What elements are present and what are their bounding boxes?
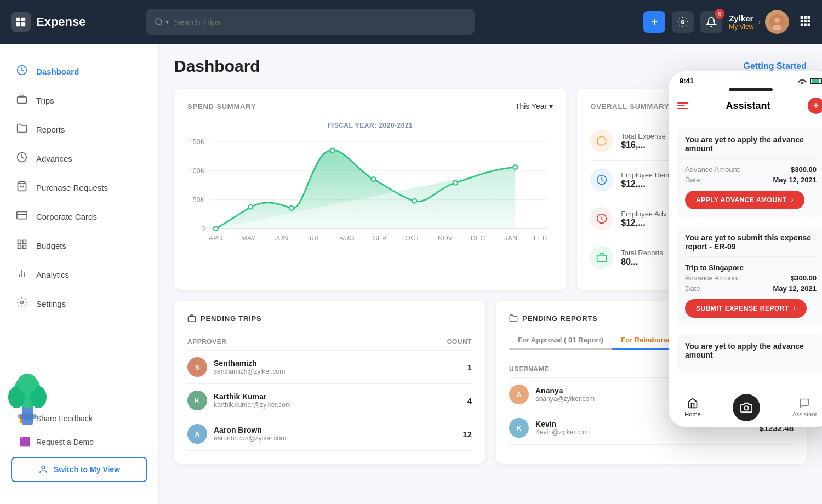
sidebar-item-advances[interactable]: Advances: [0, 144, 158, 173]
switch-to-my-view-button[interactable]: Switch to My View: [11, 457, 147, 482]
svg-point-70: [745, 406, 749, 410]
spend-year-selector[interactable]: This Year ▾: [515, 102, 553, 111]
assistant-icon: [799, 398, 810, 409]
sidebar-item-reports[interactable]: Reports: [0, 115, 158, 144]
grid-apps-button[interactable]: [799, 15, 811, 29]
mobile-tab-assistant[interactable]: Assistant: [792, 398, 817, 417]
bell-icon: [706, 16, 717, 27]
mobile-assistant-title: Assistant: [726, 100, 770, 112]
battery-icon: [810, 78, 822, 84]
sidebar-item-budgets[interactable]: Budgets: [0, 231, 158, 260]
approver-name: Senthamizh: [214, 359, 285, 368]
logo-area: Expense: [11, 12, 137, 32]
mobile-menu-button[interactable]: [677, 102, 688, 109]
total-reports-icon-wrap: [590, 246, 613, 269]
overall-summary-title: OVERALL SUMMARY: [590, 102, 669, 111]
svg-rect-17: [808, 24, 810, 26]
sidebar: Dashboard Trips Reports: [0, 44, 159, 504]
approver-email: karthik.kumar@zylker.com: [214, 401, 291, 409]
report-email: Kevin@zylker.com: [535, 428, 590, 436]
svg-text:100K: 100K: [189, 167, 206, 175]
switch-view-label: Switch to My View: [54, 465, 120, 474]
sidebar-item-dashboard[interactable]: Dashboard: [0, 57, 158, 86]
total-expense-icon-wrap: [590, 129, 613, 152]
fiscal-year-label: FISCAL YEAR: 2020-2021: [187, 122, 553, 129]
camera-icon: [740, 402, 752, 414]
svg-rect-27: [18, 245, 21, 249]
search-dropdown-icon[interactable]: ▾: [155, 18, 169, 26]
pending-reports-label: PENDING REPORTS: [522, 314, 598, 323]
sidebar-item-purchase-requests[interactable]: Purchase Requests: [0, 173, 158, 202]
report-email: ananya@zylker.com: [535, 395, 595, 403]
settings-nav-icon: [15, 297, 28, 311]
svg-rect-14: [808, 20, 810, 22]
svg-point-51: [371, 177, 375, 181]
svg-text:JUL: JUL: [308, 235, 321, 243]
approver-col-label: APPROVER: [187, 338, 226, 346]
svg-text:150K: 150K: [189, 139, 206, 146]
sidebar-label-reports: Reports: [36, 125, 65, 134]
purchase-requests-icon: [15, 181, 28, 194]
mobile-add-button[interactable]: +: [808, 98, 822, 114]
request-demo-label: Request a Demo: [36, 438, 94, 446]
svg-rect-15: [801, 24, 803, 26]
getting-started-link[interactable]: Getting Started: [743, 61, 807, 71]
user-name: Zylker: [729, 14, 754, 23]
count-col-label: COUNT: [447, 338, 472, 346]
advance-amount-label: Advance Amount:: [685, 165, 741, 174]
mobile-camera-button[interactable]: [733, 394, 760, 421]
table-row: S Senthamizh senthamizh@zylker.com 1: [187, 351, 472, 384]
submit-expense-button[interactable]: SUBMIT EXPENSE REPORT ›: [685, 299, 807, 318]
apply-advance-label: APPLY ADVANCE AMOUNT: [696, 196, 787, 204]
sidebar-item-trips[interactable]: Trips: [0, 86, 158, 115]
apply-advance-button[interactable]: APPLY ADVANCE AMOUNT ›: [685, 191, 804, 209]
settings-button[interactable]: [672, 11, 694, 33]
chart-area: 150K 100K 50K 0: [187, 136, 553, 256]
sidebar-label-budgets: Budgets: [36, 241, 66, 250]
total-expense-value: $16,...: [621, 140, 666, 150]
main-layout: Dashboard Trips Reports: [0, 44, 822, 504]
date-value-2: May 12, 2021: [773, 284, 817, 293]
trips-icon: [15, 94, 28, 107]
user-avatar[interactable]: [765, 10, 789, 34]
search-bar[interactable]: ▾: [146, 9, 475, 35]
mobile-content: You are yet to apply the advance amount …: [669, 121, 822, 388]
pending-trips-icon: [187, 314, 196, 323]
trip-count: 1: [467, 363, 472, 372]
advance-amount-row-2: Advance Amount: $300.00: [685, 274, 817, 282]
svg-text:MAY: MAY: [241, 235, 255, 243]
svg-text:50K: 50K: [193, 196, 206, 204]
logo-icon: [11, 12, 31, 32]
notifications-button[interactable]: 6: [700, 11, 722, 33]
svg-text:0: 0: [201, 225, 205, 233]
search-input[interactable]: [174, 18, 466, 27]
sidebar-item-corporate-cards[interactable]: Corporate Cards: [0, 202, 158, 231]
sidebar-item-settings[interactable]: Settings: [0, 289, 158, 318]
approver-email: aaronbrown@zylker.com: [214, 434, 286, 442]
pending-trips-label: PENDING TRIPS: [201, 314, 262, 323]
sidebar-item-analytics[interactable]: Analytics: [0, 260, 158, 289]
mobile-status-icons: [798, 78, 822, 84]
request-demo-button[interactable]: 🟪 Request a Demo: [11, 431, 147, 453]
employee-adv-label: Employee Adv...: [621, 210, 672, 218]
mobile-tab-home[interactable]: Home: [684, 398, 700, 417]
notif-heading-3: You are yet to apply the advance amount: [685, 342, 817, 359]
chevron-down-icon: ▾: [549, 102, 553, 111]
svg-text:JAN: JAN: [504, 235, 517, 243]
tab-approval[interactable]: For Approval ( 01 Report): [509, 331, 612, 348]
mobile-assistant-overlay: 9:41 Assist: [669, 71, 822, 427]
employee-reimb-icon-wrap: [590, 168, 613, 191]
approver-user: K Karthik Kumar karthik.kumar@zylker.com: [187, 391, 291, 410]
pending-trips-title: PENDING TRIPS: [187, 314, 472, 323]
svg-rect-25: [23, 240, 26, 244]
add-button[interactable]: +: [643, 11, 665, 33]
approver-name: Aaron Brown: [214, 426, 286, 434]
svg-rect-10: [804, 16, 807, 19]
svg-point-4: [156, 19, 162, 25]
svg-rect-16: [804, 24, 807, 26]
mobile-notch: [729, 88, 773, 91]
user-profile[interactable]: Zylker My View ›: [729, 10, 789, 34]
svg-rect-24: [18, 240, 21, 244]
total-expense-label: Total Expense: [621, 132, 666, 140]
pending-trips-card: PENDING TRIPS APPROVER COUNT S Senthamiz…: [174, 301, 485, 464]
